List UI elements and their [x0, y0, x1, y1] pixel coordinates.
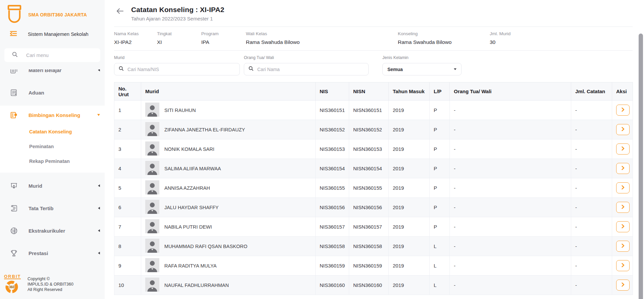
student-avatar — [145, 239, 159, 254]
info-label: Wali Kelas — [246, 31, 398, 36]
cell-orang-tua: - — [450, 256, 571, 276]
sidebar-item-label: Prestasi — [29, 250, 48, 256]
filter-jenis-kelamin: Jenis Kelamin Semua — [382, 55, 462, 75]
row-detail-button[interactable] — [616, 182, 630, 193]
orang-tua-search-input[interactable] — [257, 67, 365, 72]
vertical-scrollbar[interactable] — [638, 0, 644, 299]
aksi-cell — [612, 101, 633, 120]
orang-tua-search-box[interactable] — [244, 63, 369, 75]
student-name: JALU HAYDAR SHAFFY — [164, 205, 219, 210]
sidebar-item-label: Bimbingan Konseling — [29, 112, 80, 118]
cell-no: 4 — [114, 159, 141, 178]
cell-nisn: NISN360153 — [349, 139, 389, 159]
row-detail-button[interactable] — [616, 260, 630, 271]
cell-nis: NIS360155 — [316, 178, 349, 198]
student-cell: RAFA RADITYA MULYA — [141, 256, 316, 276]
cell-nisn: NISN360154 — [349, 159, 389, 178]
scrollbar-thumb[interactable] — [639, 34, 643, 299]
app-root: SMA ORBIT360 JAKARTA Sistem Manajemen Se… — [0, 0, 644, 299]
cell-no: 6 — [114, 198, 141, 217]
cell-nisn: NISN360155 — [349, 178, 389, 198]
cell-jml-catatan: - — [571, 178, 612, 198]
chevron-left-icon — [98, 252, 100, 254]
aksi-cell — [612, 159, 633, 178]
row-detail-button[interactable] — [616, 280, 630, 291]
cell-lp: P — [430, 159, 450, 178]
sidebar-item-label: Tata Tertib — [29, 205, 53, 211]
cell-orang-tua: - — [450, 120, 571, 139]
cell-jml-catatan: - — [571, 256, 612, 276]
cell-lp: L — [430, 237, 450, 256]
student-avatar — [145, 180, 159, 195]
column-header-orang-tua-wali: Orang Tua/ Wali — [450, 82, 571, 101]
cell-nis: NIS360158 — [316, 237, 349, 256]
page-header: Catatan Konseling : XI-IPA2 Tahun Ajaran… — [114, 0, 644, 21]
filter-jenis-kelamin-label: Jenis Kelamin — [382, 55, 462, 60]
school-name: SMA ORBIT360 JAKARTA — [28, 12, 87, 17]
sidebar-item-materi-belajar[interactable]: Materi Belajar — [0, 69, 105, 79]
cell-tahun-masuk: 2019 — [389, 217, 430, 237]
orbit360-logo: ORBIT 360 — [4, 273, 23, 295]
filters: Murid Orang Tua/ Wali — [114, 55, 644, 75]
student-cell: MUHAMMAD RAFI QSAN BASKORO — [141, 237, 316, 256]
sidebar-item-tata-tertib[interactable]: Tata Tertib — [0, 199, 105, 218]
menu-search[interactable] — [4, 48, 100, 62]
cell-lp: P — [430, 198, 450, 217]
aksi-cell — [612, 237, 633, 256]
cell-nis: NIS360159 — [316, 256, 349, 276]
student-name: RAFA RADITYA MULYA — [164, 263, 217, 268]
cell-tahun-masuk: 2019 — [389, 159, 430, 178]
page-subtitle: Tahun Ajaran 2022/2023 Semester 1 — [131, 16, 224, 21]
sidebar-item-label: Murid — [29, 183, 42, 189]
cell-nis: NIS360160 — [316, 276, 349, 295]
row-detail-button[interactable] — [616, 105, 630, 116]
cell-lp: P — [430, 139, 450, 159]
column-header-aksi: Aksi — [612, 82, 633, 101]
murid-search-input[interactable] — [127, 67, 236, 72]
cell-jml-catatan: - — [571, 139, 612, 159]
search-icon — [119, 66, 124, 72]
row-detail-button[interactable] — [616, 241, 630, 252]
row-detail-button[interactable] — [616, 221, 630, 232]
school-logo-icon — [7, 5, 21, 25]
chevron-left-icon — [98, 229, 100, 232]
cell-no: 8 — [114, 237, 141, 256]
sidebar-subitem-catatan-konseling[interactable]: Catatan Konseling — [0, 124, 105, 139]
chevron-right-icon — [620, 126, 626, 133]
column-header-tahun-masuk: Tahun Masuk — [389, 82, 430, 101]
table-row: 5ANNISA AZZAHRAHNIS360155NISN3601552019P… — [114, 178, 633, 198]
cell-no: 2 — [114, 120, 141, 139]
aksi-cell — [612, 139, 633, 159]
cell-no: 9 — [114, 256, 141, 276]
aksi-cell — [612, 276, 633, 295]
cell-tahun-masuk: 2019 — [389, 178, 430, 198]
cell-nis: NIS360157 — [316, 217, 349, 237]
row-detail-button[interactable] — [616, 163, 630, 174]
sidebar-item-label: Aduan — [29, 90, 44, 96]
cell-tahun-masuk: 2019 — [389, 120, 430, 139]
sidebar-item-ekstrakurikuler[interactable]: Ekstrakurikuler — [0, 221, 105, 240]
murid-search-box[interactable] — [114, 63, 240, 75]
row-detail-button[interactable] — [616, 143, 630, 155]
student-name: SALIMA ALIIFA MARWAA — [164, 166, 221, 171]
row-detail-button[interactable] — [616, 124, 630, 135]
murid-icon — [9, 181, 18, 190]
sidebar-subitem-peminatan[interactable]: Peminatan — [0, 139, 105, 154]
bimbingan-konseling-icon — [9, 111, 18, 119]
sidebar-item-prestasi[interactable]: Prestasi — [0, 244, 105, 262]
jenis-kelamin-select[interactable]: Semua — [382, 63, 462, 75]
cell-orang-tua: - — [450, 159, 571, 178]
column-header-no-urut: No. Urut — [114, 82, 141, 101]
sidebar-item-aduan[interactable]: Aduan — [0, 83, 105, 102]
row-detail-button[interactable] — [616, 202, 630, 213]
sidebar-subitem-rekap-peminatan[interactable]: Rekap Peminatan — [0, 154, 105, 169]
copyright: Copyright © IMPULS.ID & ORBIT360 All Rig… — [28, 276, 73, 292]
menu-search-input[interactable] — [26, 53, 96, 58]
back-button[interactable] — [114, 6, 124, 15]
materi-belajar-icon — [9, 69, 18, 74]
sidebar-item-murid[interactable]: Murid — [0, 176, 105, 195]
sidebar-item-bimbingan-konseling[interactable]: Bimbingan Konseling — [0, 106, 105, 124]
table-row: 4SALIMA ALIIFA MARWAANIS360154NISN360154… — [114, 159, 633, 178]
student-avatar — [145, 258, 159, 273]
menu-collapse-icon[interactable] — [9, 30, 17, 38]
